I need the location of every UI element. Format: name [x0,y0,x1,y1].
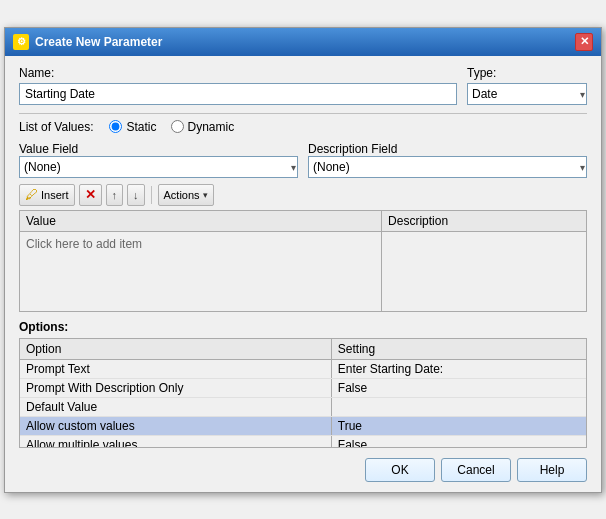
actions-button[interactable]: Actions ▾ [158,184,214,206]
options-header-row: Option Setting [20,339,586,360]
insert-label: Insert [41,189,69,201]
list-of-values-label: List of Values: [19,120,93,134]
setting-cell [331,397,586,416]
dynamic-radio-item: Dynamic [171,120,235,134]
divider-1 [19,113,587,114]
value-field-select[interactable]: (None) [19,156,298,178]
name-type-row: Name: Type: Date String Number Boolean ▾ [19,66,587,105]
static-radio[interactable] [109,120,122,133]
toolbar-separator [151,186,152,204]
type-label: Type: [467,66,587,80]
options-label: Options: [19,320,587,334]
help-button[interactable]: Help [517,458,587,482]
option-cell: Allow custom values [20,416,331,435]
delete-icon: ✕ [85,187,96,202]
add-item-cell[interactable]: Click here to add item [20,231,382,311]
dynamic-radio-label: Dynamic [188,120,235,134]
name-label: Name: [19,66,457,80]
static-radio-item: Static [109,120,156,134]
actions-label: Actions [164,189,200,201]
down-arrow-icon: ↓ [133,189,139,201]
option-col-header: Option [20,339,331,360]
delete-button[interactable]: ✕ [79,184,102,206]
window-icon: ⚙ [13,34,29,50]
ok-button[interactable]: OK [365,458,435,482]
type-select-wrapper: Date String Number Boolean ▾ [467,83,587,105]
name-field-group: Name: [19,66,457,105]
static-radio-label: Static [126,120,156,134]
value-column-header: Value [20,210,382,231]
value-field-label: Value Field [19,142,78,156]
dynamic-radio[interactable] [171,120,184,133]
options-table-row[interactable]: Allow multiple valuesFalse [20,435,586,448]
actions-chevron-icon: ▾ [203,190,208,200]
dialog-window: ⚙ Create New Parameter ✕ Name: Type: Dat… [4,27,602,493]
insert-button[interactable]: 🖊 Insert [19,184,75,206]
move-up-button[interactable]: ↑ [106,184,124,206]
cancel-button[interactable]: Cancel [441,458,511,482]
name-input[interactable] [19,83,457,105]
window-title: Create New Parameter [35,35,162,49]
options-table-row[interactable]: Prompt With Description OnlyFalse [20,378,586,397]
close-button[interactable]: ✕ [575,33,593,51]
dialog-content: Name: Type: Date String Number Boolean ▾ [5,56,601,492]
desc-field-select-wrapper: (None) ▾ [308,156,587,178]
value-field-select-wrapper: (None) ▾ [19,156,298,178]
value-table: Value Description Click here to add item [19,210,587,312]
setting-cell: False [331,435,586,448]
insert-icon: 🖊 [25,187,38,202]
list-of-values-row: List of Values: Static Dynamic [19,120,587,134]
options-section: Options: Option Setting Prompt TextEnter… [19,320,587,448]
description-column-header: Description [382,210,587,231]
desc-field-group: Description Field (None) ▾ [308,142,587,178]
radio-group: Static Dynamic [109,120,234,134]
title-bar: ⚙ Create New Parameter ✕ [5,28,601,56]
desc-field-label: Description Field [308,142,397,156]
table-row: Click here to add item [20,231,587,311]
setting-cell: True [331,416,586,435]
options-table: Option Setting Prompt TextEnter Starting… [20,339,586,448]
up-arrow-icon: ↑ [112,189,118,201]
type-select[interactable]: Date String Number Boolean [467,83,587,105]
options-table-wrapper: Option Setting Prompt TextEnter Starting… [19,338,587,448]
table-header-row: Value Description [20,210,587,231]
table-toolbar: 🖊 Insert ✕ ↑ ↓ Actions ▾ [19,184,587,206]
description-cell [382,231,587,311]
value-desc-row: Value Field (None) ▾ Description Field (… [19,142,587,178]
setting-cell: Enter Starting Date: [331,359,586,378]
options-table-row[interactable]: Allow custom valuesTrue [20,416,586,435]
option-cell: Allow multiple values [20,435,331,448]
options-table-row[interactable]: Prompt TextEnter Starting Date: [20,359,586,378]
option-cell: Default Value [20,397,331,416]
type-field-group: Type: Date String Number Boolean ▾ [467,66,587,105]
setting-col-header: Setting [331,339,586,360]
value-field-group: Value Field (None) ▾ [19,142,298,178]
options-table-row[interactable]: Default Value [20,397,586,416]
move-down-button[interactable]: ↓ [127,184,145,206]
add-item-text: Click here to add item [26,237,142,251]
option-cell: Prompt Text [20,359,331,378]
option-cell: Prompt With Description Only [20,378,331,397]
title-bar-left: ⚙ Create New Parameter [13,34,162,50]
button-row: OK Cancel Help [19,458,587,482]
setting-cell: False [331,378,586,397]
desc-field-select[interactable]: (None) [308,156,587,178]
